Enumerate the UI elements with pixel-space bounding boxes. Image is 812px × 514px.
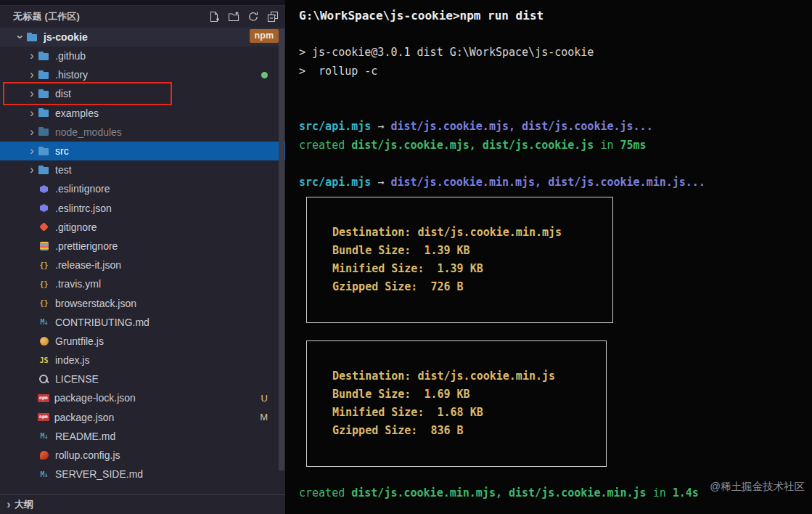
file-label: .history	[55, 69, 88, 81]
tree-item-src[interactable]: src	[0, 142, 285, 160]
tree-item-test[interactable]: test	[0, 160, 285, 179]
folder-icon	[38, 146, 50, 157]
collapse-all-icon[interactable]	[266, 10, 279, 23]
terminal-blank-line	[299, 99, 812, 118]
eslint-icon	[38, 184, 50, 195]
size-value: 836 B	[417, 424, 463, 437]
explorer-header: 无标题 (工作区)	[0, 6, 285, 28]
terminal-text-segment: dist/js.cookie.min.mjs, dist/js.cookie.m…	[351, 486, 646, 499]
tree-item-rollup.config.js[interactable]: rollup.config.js	[0, 446, 285, 465]
file-label: .prettierignore	[55, 240, 118, 252]
file-tree: .github.historydistexamplesnode_moduless…	[0, 46, 285, 484]
file-label: examples	[55, 107, 99, 119]
license-icon	[38, 374, 50, 385]
prettier-icon	[38, 240, 50, 251]
terminal-text-segment: ...	[686, 176, 705, 189]
file-label: package-lock.json	[54, 392, 136, 404]
file-label: .github	[55, 50, 86, 62]
tree-item-examples[interactable]: examples	[0, 104, 285, 123]
explorer-sidebar: 无标题 (工作区) js-cookie npm .github.historyd…	[0, 0, 285, 514]
vscode-window: 无标题 (工作区) js-cookie npm .github.historyd…	[0, 0, 812, 514]
markdown-icon: M↓	[38, 469, 50, 480]
size-value: 1.69 KB	[411, 388, 469, 401]
terminal-text-segment: src/api.mjs	[299, 176, 371, 189]
watermark: @稀土掘金技术社区	[710, 480, 805, 494]
terminal-line: created dist/js.cookie.mjs, dist/js.cook…	[299, 136, 812, 155]
tree-item-package-lock.json[interactable]: npmpackage-lock.jsonU	[0, 388, 285, 407]
rollup-size-box: Destination: dist/js.cookie.min.mjsBundl…	[306, 197, 613, 323]
terminal-text-segment: 1.4s	[673, 486, 699, 499]
tree-item-node_modules[interactable]: node_modules	[0, 123, 285, 142]
file-label: LICENSE	[55, 373, 99, 385]
git-status-badge: M	[260, 412, 268, 423]
terminal-blank-line	[299, 25, 812, 44]
tree-item-.gitignore[interactable]: .gitignore	[0, 218, 285, 237]
file-label: test	[55, 164, 72, 176]
explorer-scrollbar[interactable]	[279, 29, 284, 470]
tree-item-.eslintrc.json[interactable]: .eslintrc.json	[0, 199, 285, 218]
terminal-text-segment: →	[371, 120, 390, 133]
size-box-row: Minified Size: 1.68 KB	[332, 404, 555, 422]
terminal-text-segment: 75ms	[620, 139, 647, 152]
terminal-text-segment: dist/js.cookie.mjs, dist/js.cookie.js	[351, 139, 594, 152]
terminal-text-segment: G:\WorkSpace\js-cookie>npm run dist	[299, 9, 544, 23]
tree-item-js-cookie[interactable]: js-cookie npm	[0, 28, 285, 46]
npm-icon: npm	[38, 413, 49, 421]
terminal-text-segment: in	[594, 139, 620, 152]
workspace-title: 无标题 (工作区)	[13, 10, 208, 23]
terminal-text-segment: in	[647, 486, 673, 499]
size-box-row: Destination: dist/js.cookie.min.js	[332, 367, 555, 386]
size-value: 726 B	[417, 280, 463, 293]
npm-badge: npm	[250, 29, 279, 43]
file-label: .travis.yml	[55, 278, 101, 290]
outline-label: 大纲	[15, 498, 33, 511]
tree-item-CONTRIBUTING.md[interactable]: M↓CONTRIBUTING.md	[0, 313, 285, 332]
size-value: dist/js.cookie.min.js	[411, 370, 555, 383]
folder-icon	[38, 51, 50, 62]
tree-item-.release-it.json[interactable]: {}.release-it.json	[0, 256, 285, 274]
explorer-toolbar	[208, 10, 279, 23]
js-icon: JS	[38, 355, 50, 366]
terminal-content: G:\WorkSpace\js-cookie>npm run dist > js…	[299, 7, 812, 503]
new-file-icon[interactable]	[208, 10, 221, 23]
tree-item-.eslintignore[interactable]: .eslintignore	[0, 179, 285, 198]
folder-icon	[38, 89, 50, 99]
outline-section-header[interactable]: 大纲	[0, 494, 285, 514]
tree-item-.travis.yml[interactable]: {}.travis.yml	[0, 274, 285, 293]
size-label: Bundle Size:	[332, 244, 411, 257]
size-label: Minified Size:	[332, 406, 424, 419]
markdown-icon: M↓	[38, 317, 50, 327]
tree-item-README.md[interactable]: M↓README.md	[0, 427, 285, 446]
tree-item-LICENSE[interactable]: LICENSE	[0, 370, 285, 388]
tree-item-browserstack.json[interactable]: {}browserstack.json	[0, 293, 285, 312]
file-label: CONTRIBUTING.md	[55, 317, 149, 328]
tree-item-.history[interactable]: .history	[0, 65, 285, 84]
markdown-icon: M↓	[38, 431, 50, 441]
new-folder-icon[interactable]	[227, 10, 240, 23]
size-box-row: Gzipped Size: 726 B	[332, 278, 562, 296]
tree-item-SERVER_SIDE.md[interactable]: M↓SERVER_SIDE.md	[0, 465, 285, 484]
chevron-right-icon	[26, 145, 38, 157]
terminal-text-segment: →	[371, 176, 390, 189]
terminal-text-segment: dist/js.cookie.min.mjs, dist/js.cookie.m…	[390, 176, 685, 189]
git-icon	[38, 221, 50, 232]
terminal-text-segment: dist/js.cookie.mjs, dist/js.cookie.js	[390, 120, 633, 133]
size-value: 1.39 KB	[411, 244, 469, 257]
tree-item-.github[interactable]: .github	[0, 46, 285, 65]
size-box-row: Bundle Size: 1.39 KB	[332, 242, 562, 260]
size-label: Destination:	[332, 226, 411, 239]
refresh-icon[interactable]	[247, 10, 260, 23]
chevron-right-icon	[26, 88, 38, 99]
file-label: browserstack.json	[55, 298, 136, 309]
terminal-panel[interactable]: G:\WorkSpace\js-cookie>npm run dist > js…	[285, 0, 812, 514]
folder-icon	[38, 165, 50, 176]
terminal-line: > rollup -c	[299, 62, 812, 81]
tree-item-.prettierignore[interactable]: .prettierignore	[0, 237, 285, 256]
terminal-line: G:\WorkSpace\js-cookie>npm run dist	[299, 7, 812, 25]
size-value: 1.68 KB	[424, 406, 483, 419]
tree-item-Gruntfile.js[interactable]: Gruntfile.js	[0, 332, 285, 351]
tree-item-package.json[interactable]: npmpackage.jsonM	[0, 408, 285, 427]
tree-item-dist[interactable]: dist	[0, 84, 285, 103]
tree-item-index.js[interactable]: JSindex.js	[0, 351, 285, 370]
file-label: Gruntfile.js	[55, 335, 104, 347]
